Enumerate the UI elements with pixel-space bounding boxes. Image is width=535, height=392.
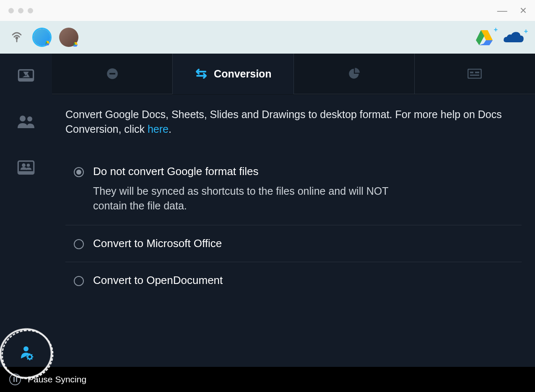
radio-indicator-icon bbox=[74, 276, 84, 286]
help-link[interactable]: here bbox=[148, 123, 169, 135]
sidebar bbox=[0, 54, 52, 367]
conversion-icon bbox=[195, 68, 208, 79]
tab-exclusions[interactable] bbox=[52, 54, 172, 94]
sidebar-item-account-settings[interactable] bbox=[18, 344, 34, 363]
pause-icon bbox=[13, 377, 15, 382]
tabs: Conversion bbox=[52, 54, 535, 95]
plus-icon: + bbox=[524, 28, 528, 35]
drive-badge-icon bbox=[44, 40, 51, 46]
svg-rect-15 bbox=[470, 72, 473, 73]
minus-circle-icon bbox=[106, 68, 118, 80]
account-avatar-2[interactable] bbox=[59, 28, 78, 47]
add-onedrive-button[interactable]: + bbox=[503, 29, 525, 45]
svg-point-4 bbox=[20, 116, 26, 121]
id-card-icon bbox=[467, 69, 482, 79]
pie-chart-icon bbox=[348, 68, 360, 80]
conversion-description: Convert Google Docs, Sheets, Slides and … bbox=[65, 107, 522, 137]
svg-rect-13 bbox=[109, 73, 115, 75]
svg-rect-3 bbox=[18, 78, 33, 82]
svg-point-8 bbox=[27, 164, 30, 167]
radio-label: Convert to Microsoft Office bbox=[93, 237, 522, 250]
svg-rect-14 bbox=[468, 69, 481, 78]
radio-label: Convert to OpenDocument bbox=[93, 274, 522, 287]
conversion-options: Do not convert Google format files They … bbox=[65, 153, 522, 299]
maximize-traffic-light[interactable] bbox=[28, 8, 33, 13]
svg-point-10 bbox=[23, 346, 29, 351]
top-toolbar: + + bbox=[0, 21, 535, 54]
svg-rect-9 bbox=[18, 171, 34, 175]
radio-label: Do not convert Google format files bbox=[93, 165, 522, 178]
radio-option-do-not-convert[interactable]: Do not convert Google format files They … bbox=[65, 153, 522, 225]
drive-badge-icon bbox=[72, 41, 79, 48]
add-google-drive-button[interactable]: + bbox=[474, 28, 494, 47]
network-icon[interactable] bbox=[10, 29, 23, 45]
svg-rect-16 bbox=[470, 75, 479, 76]
radio-sublabel: They will be synced as shortcuts to the … bbox=[93, 184, 420, 213]
svg-point-5 bbox=[27, 116, 32, 121]
sidebar-item-shared[interactable] bbox=[16, 114, 36, 129]
titlebar: — × bbox=[0, 0, 535, 21]
close-traffic-light[interactable] bbox=[8, 8, 14, 13]
plus-icon: + bbox=[494, 26, 498, 34]
svg-point-1 bbox=[16, 37, 18, 39]
sidebar-item-shared-drives[interactable] bbox=[17, 158, 35, 177]
close-icon[interactable]: × bbox=[520, 4, 527, 17]
tab-storage[interactable] bbox=[293, 54, 414, 94]
radio-option-opendocument[interactable]: Convert to OpenDocument bbox=[65, 262, 522, 299]
minimize-icon[interactable]: — bbox=[497, 5, 507, 16]
traffic-lights bbox=[8, 8, 33, 13]
tab-account[interactable] bbox=[414, 54, 535, 94]
tab-conversion[interactable]: Conversion bbox=[172, 54, 293, 94]
radio-option-ms-office[interactable]: Convert to Microsoft Office bbox=[65, 225, 522, 262]
svg-point-7 bbox=[22, 163, 26, 167]
content-panel: Conversion bbox=[52, 54, 535, 367]
pause-icon bbox=[16, 377, 17, 382]
user-gear-icon bbox=[18, 344, 34, 363]
radio-indicator-icon bbox=[74, 239, 84, 249]
minimize-traffic-light[interactable] bbox=[18, 8, 23, 13]
footer: Pause Syncing bbox=[0, 367, 535, 392]
window-controls: — × bbox=[497, 4, 527, 17]
svg-rect-17 bbox=[475, 72, 479, 73]
sidebar-item-drive[interactable] bbox=[17, 66, 35, 85]
radio-indicator-icon bbox=[74, 167, 84, 177]
tab-label: Conversion bbox=[214, 68, 272, 80]
account-avatar-1[interactable] bbox=[32, 28, 52, 47]
